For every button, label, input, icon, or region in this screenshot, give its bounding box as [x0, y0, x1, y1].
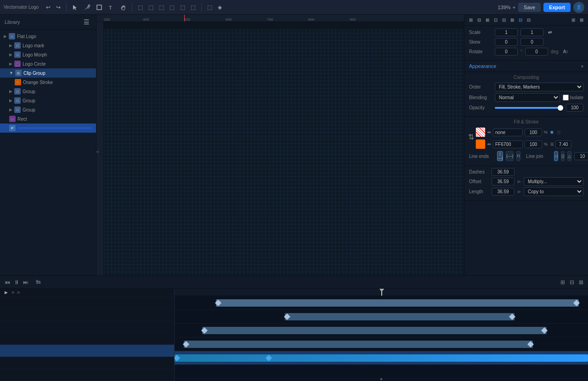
export-button[interactable]: Export [543, 3, 571, 12]
blending-select[interactable]: Normal [495, 93, 560, 102]
sidebar-menu-button[interactable]: ☰ [82, 17, 91, 27]
tab-align[interactable]: ⊟ [475, 17, 483, 23]
order-select[interactable]: Fill, Stroke, Markers [495, 83, 583, 91]
layer-item-clip-group[interactable]: ▼ G Clip Group [0, 68, 96, 78]
select-tool[interactable] [70, 3, 80, 11]
rotate-val2-input[interactable] [525, 48, 548, 56]
align-bottom-button[interactable]: ⬚ [189, 3, 198, 11]
save-button[interactable]: Save [518, 3, 541, 12]
appearance-header[interactable]: Appearance ▾ [464, 61, 588, 72]
swap-fill-stroke-button[interactable]: ⇅ [468, 133, 474, 141]
timeline-icon3[interactable]: ⊠ [578, 278, 584, 286]
fill-opacity-input[interactable] [525, 129, 542, 136]
stroke-width-input[interactable] [555, 140, 571, 148]
tab-distribute[interactable]: ⊠ [484, 17, 491, 23]
stroke-color-swatch[interactable] [475, 139, 486, 149]
layer-item-selected[interactable]: P [0, 123, 96, 133]
tab-extra1[interactable]: ⊞ [570, 17, 577, 23]
skew-x-input[interactable] [495, 38, 518, 46]
stroke-hex-input[interactable] [493, 140, 523, 148]
layer-item-logo-mark[interactable]: ▶ G Logo mark [0, 41, 96, 50]
isolate-label[interactable]: Isolate [563, 95, 583, 101]
layer-item-flat-logo[interactable]: ▶ G Flat Logo [0, 32, 96, 41]
timeline-playhead[interactable] [381, 289, 382, 296]
align-right-button[interactable]: ⬚ [157, 3, 166, 11]
boolean-button[interactable]: ⬚ [205, 3, 214, 11]
fill-color-swatch[interactable] [475, 127, 486, 137]
timeline-track-2[interactable] [175, 310, 588, 324]
undo-button[interactable]: ↩ [44, 3, 52, 11]
miter-limit-input[interactable] [574, 152, 588, 160]
timeline-play-pause[interactable]: ⏸ [13, 278, 20, 286]
tab-transform[interactable]: ⊞ [467, 17, 475, 23]
timeline-expand-arrow[interactable]: ▲ [379, 376, 384, 381]
timeline-prev-frame[interactable]: ⏮ [4, 278, 11, 286]
timeline-track-3[interactable] [175, 324, 588, 337]
stroke-edit-icon[interactable]: ✏ [487, 142, 491, 147]
layer-item-logo-circle[interactable]: ▶ ◯ Logo Circle [0, 59, 96, 68]
user-avatar[interactable]: 👤 [573, 2, 584, 13]
layer-item-logo-morph[interactable]: ▶ G Logo Morph [0, 50, 96, 59]
zoom-plus[interactable]: + [513, 5, 515, 10]
layer-item-group3[interactable]: ▶ G Group [0, 105, 96, 114]
text-tool[interactable]: T [106, 3, 116, 11]
canvas-content[interactable] [104, 29, 464, 275]
skew-y-input[interactable] [520, 38, 543, 46]
tab-resize[interactable]: ⊡ [492, 17, 499, 23]
align-center-h-button[interactable]: ⬚ [147, 3, 155, 11]
tab-spacing3[interactable]: ⊟ [517, 17, 524, 23]
tab-spacing4[interactable]: ⊟ [525, 17, 532, 23]
fill-star-outline-icon[interactable]: ☆ [556, 129, 561, 135]
offset-value-input[interactable] [492, 178, 514, 185]
layer-item-orange-stroke[interactable]: P Orange Stroke [0, 78, 96, 87]
join-bevel-button[interactable]: △ [567, 151, 571, 161]
timeline-track-4[interactable] [175, 337, 588, 351]
timeline-bottom-expand[interactable]: ▲ [379, 375, 384, 381]
tab-spacing2[interactable]: ⊠ [509, 17, 516, 23]
hand-tool[interactable] [118, 3, 128, 11]
fill-edit-icon[interactable]: ✏ [487, 130, 491, 135]
stroke-opacity-input[interactable] [525, 140, 542, 148]
timeline-expand-button[interactable]: ▶ [3, 289, 10, 296]
isolate-checkbox[interactable] [563, 95, 569, 101]
align-center-v-button[interactable]: ⬚ [178, 3, 187, 11]
opacity-slider[interactable] [495, 107, 563, 109]
layer-item-group1[interactable]: ▶ G Group [0, 87, 96, 96]
rect-tool[interactable] [94, 3, 104, 11]
copy-to-select[interactable]: Copy to [524, 187, 583, 196]
length-value-input[interactable] [492, 188, 514, 196]
scale-y-input[interactable] [520, 28, 543, 36]
zoom-control[interactable]: 139% + [498, 5, 516, 10]
timeline-right[interactable]: ▲ [175, 289, 588, 381]
timeline-icon1[interactable]: ⊞ [560, 278, 566, 286]
cap-round-button[interactable]: (—) [506, 151, 514, 161]
join-round-button[interactable]: () [561, 151, 565, 161]
timeline-icon2[interactable]: ⊟ [569, 278, 575, 286]
layer-item-rect[interactable]: ▭ Rect [0, 114, 96, 123]
redo-button[interactable]: ↪ [54, 3, 62, 11]
opacity-value-input[interactable] [566, 104, 583, 112]
pen-tool[interactable] [82, 3, 92, 11]
canvas-area[interactable]: 8 [96, 22, 464, 275]
cap-flat-button[interactable]: |—| [497, 151, 503, 161]
dashes-value-input[interactable] [492, 168, 514, 176]
rotate-deg-input[interactable] [495, 48, 518, 56]
offset-mode-select[interactable]: Multiply... [524, 177, 583, 186]
timeline-track-1[interactable] [175, 296, 588, 310]
align-top-button[interactable]: ⬚ [168, 3, 176, 11]
layer-item-group2[interactable]: ▶ G Group [0, 96, 96, 105]
scale-lock-button[interactable]: ⇄ [546, 29, 554, 36]
timeline-next-frame[interactable]: ⏭ [22, 278, 29, 286]
cap-square-button[interactable]: ⊓ [516, 151, 520, 161]
join-miter-button[interactable]: ◁ [554, 151, 558, 161]
fill-hex-input[interactable] [493, 129, 523, 136]
tab-spacing1[interactable]: ⊟ [500, 17, 508, 23]
rotate-extra-button[interactable]: A↑ [561, 48, 571, 55]
align-left-button[interactable]: ⬚ [136, 3, 145, 11]
scale-x-input[interactable] [495, 28, 518, 36]
timeline-track-5-active[interactable] [175, 351, 588, 365]
pathfinder-button[interactable]: ◈ [216, 3, 224, 11]
library-label: Library [5, 19, 20, 25]
tab-extra2[interactable]: ⊠ [578, 17, 585, 23]
fill-star-icon[interactable]: ★ [549, 129, 554, 135]
